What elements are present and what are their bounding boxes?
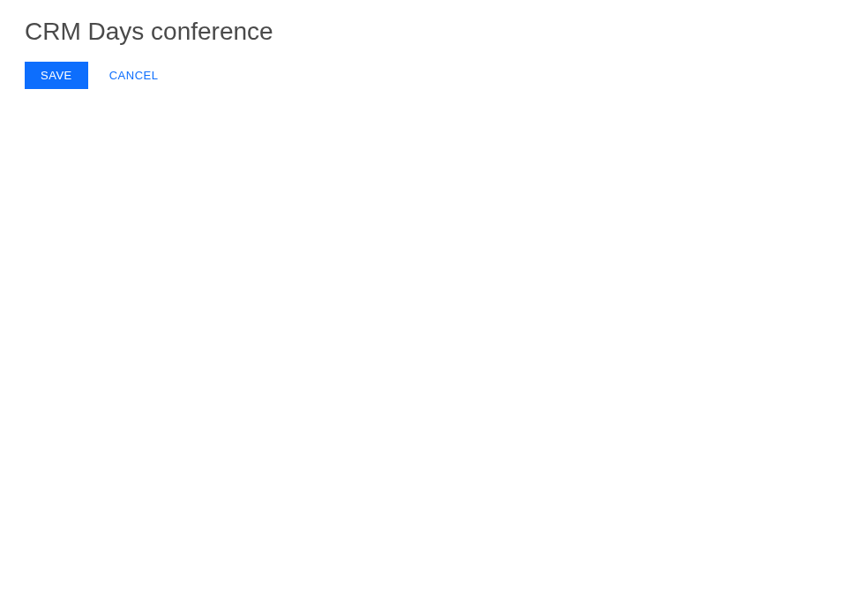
save-button[interactable]: SAVE [25,62,88,89]
page-title: CRM Days conference [25,18,843,46]
cancel-button[interactable]: CANCEL [109,69,159,82]
